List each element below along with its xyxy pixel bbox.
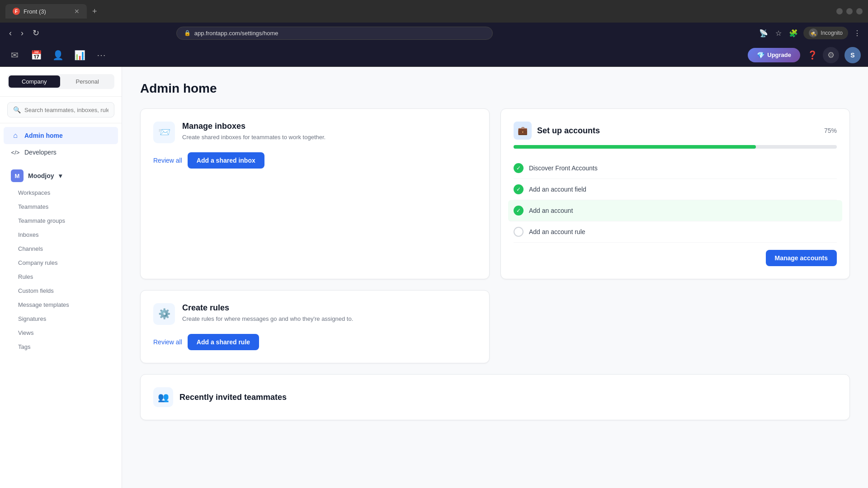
- code-icon: </>: [11, 149, 20, 156]
- setup-title-row: 💼 Set up accounts: [514, 122, 600, 140]
- browser-chrome: F Front (3) ✕ + ─ □ ✕: [0, 0, 868, 23]
- analytics-icon[interactable]: 📊: [72, 48, 87, 62]
- minimize-button[interactable]: ─: [836, 8, 843, 14]
- sidebar-item-label: Developers: [24, 149, 57, 156]
- card-description: Create shared inboxes for teammates to w…: [182, 133, 326, 142]
- url-text: app.frontapp.com/settings/home: [194, 30, 278, 37]
- search-input[interactable]: [24, 107, 108, 113]
- sidebar-top: Company Personal: [0, 67, 122, 97]
- add-shared-inbox-button[interactable]: Add a shared inbox: [188, 152, 264, 169]
- check-done-icon: ✓: [514, 206, 524, 216]
- content-area: Admin home 📨 Manage inboxes Create share…: [122, 67, 868, 488]
- search-box: 🔍: [7, 102, 114, 117]
- sidebar: Company Personal 🔍 ⌂ Admin home </> Deve…: [0, 67, 122, 488]
- card-actions: Review all Add a shared rule: [153, 334, 476, 350]
- back-button[interactable]: ‹: [5, 27, 15, 40]
- company-toggle-button[interactable]: Company: [9, 75, 60, 88]
- recently-invited-card: 👥 Recently invited teammates: [140, 374, 850, 420]
- progress-bar-container: [514, 145, 837, 149]
- main-layout: Company Personal 🔍 ⌂ Admin home </> Deve…: [0, 67, 868, 488]
- toolbar-right: ❓ ⚙ S: [807, 47, 861, 63]
- review-all-rules-button[interactable]: Review all: [153, 338, 182, 346]
- sidebar-item-company-rules[interactable]: Company rules: [7, 256, 118, 270]
- nav-group-header[interactable]: M Moodjoy ▾: [4, 166, 118, 186]
- sidebar-item-channels[interactable]: Channels: [7, 242, 118, 256]
- sidebar-item-inboxes[interactable]: Inboxes: [7, 228, 118, 242]
- incognito-icon: 🕵: [809, 28, 818, 38]
- sidebar-item-tags[interactable]: Tags: [7, 340, 118, 354]
- settings-button[interactable]: ⚙: [823, 47, 839, 63]
- window-controls: ─ □ ✕: [836, 8, 863, 14]
- forward-button[interactable]: ›: [17, 27, 27, 40]
- contacts-icon[interactable]: 👤: [51, 48, 65, 62]
- bookmark-button[interactable]: ☆: [774, 27, 783, 39]
- group-icon: M: [11, 169, 24, 182]
- setup-card-top: 💼 Set up accounts 75%: [514, 122, 837, 140]
- maximize-button[interactable]: □: [846, 8, 853, 14]
- sidebar-item-workspaces[interactable]: Workspaces: [7, 186, 118, 200]
- bottom-card-title: Recently invited teammates: [179, 393, 287, 402]
- sidebar-item-teammate-groups[interactable]: Teammate groups: [7, 214, 118, 228]
- upgrade-label: Upgrade: [767, 52, 791, 58]
- add-shared-rule-button[interactable]: Add a shared rule: [188, 334, 259, 350]
- manage-inboxes-card: 📨 Manage inboxes Create shared inboxes f…: [140, 108, 490, 279]
- nav-bar: ‹ › ↻ 🔒 app.frontapp.com/settings/home 📡…: [0, 23, 868, 43]
- sidebar-item-label: Admin home: [24, 132, 63, 139]
- progress-percent: 75%: [824, 127, 837, 134]
- sidebar-item-developers[interactable]: </> Developers: [4, 144, 118, 160]
- card-header: 📨 Manage inboxes Create shared inboxes f…: [153, 122, 476, 143]
- help-button[interactable]: ❓: [807, 50, 817, 60]
- checklist-label: Discover Front Accounts: [529, 164, 598, 172]
- inbox-icon[interactable]: ✉: [7, 48, 22, 62]
- inbox-card-icon: 📨: [153, 122, 175, 143]
- sidebar-item-signatures[interactable]: Signatures: [7, 312, 118, 326]
- extension-button[interactable]: 🧩: [787, 27, 800, 39]
- cast-button[interactable]: 📡: [757, 27, 770, 39]
- card-description: Create rules for where messages go and w…: [182, 314, 353, 324]
- sidebar-item-views[interactable]: Views: [7, 326, 118, 340]
- calendar-icon[interactable]: 📅: [29, 48, 43, 62]
- new-tab-button[interactable]: +: [92, 7, 97, 16]
- page-title: Admin home: [140, 81, 850, 96]
- card-title: Create rules: [182, 303, 353, 313]
- nav-group-moodjoy: M Moodjoy ▾ Workspaces Teammates Teammat…: [0, 166, 122, 354]
- search-icon: 🔍: [13, 106, 21, 113]
- checklist-label: Add an account field: [529, 186, 586, 193]
- avatar-button[interactable]: S: [844, 47, 861, 63]
- upgrade-button[interactable]: 💎 Upgrade: [748, 48, 800, 62]
- close-tab-button[interactable]: ✕: [74, 8, 80, 15]
- browser-tab[interactable]: F Front (3) ✕: [5, 4, 87, 19]
- accounts-card-icon: 💼: [514, 122, 532, 140]
- gem-icon: 💎: [757, 52, 764, 59]
- check-done-icon: ✓: [514, 184, 524, 194]
- incognito-badge: 🕵 Incognito: [803, 27, 848, 39]
- checklist-item-discover: ✓ Discover Front Accounts: [514, 158, 837, 179]
- nav-sub-items: Workspaces Teammates Teammate groups Inb…: [0, 186, 122, 354]
- reload-button[interactable]: ↻: [29, 26, 43, 40]
- sidebar-item-admin-home[interactable]: ⌂ Admin home: [4, 127, 118, 144]
- card-text: Create rules Create rules for where mess…: [182, 303, 353, 324]
- company-personal-toggle: Company Personal: [7, 74, 114, 89]
- sidebar-item-teammates[interactable]: Teammates: [7, 200, 118, 214]
- review-all-inboxes-button[interactable]: Review all: [153, 157, 182, 164]
- card-actions: Review all Add a shared inbox: [153, 152, 476, 169]
- nav-actions: 📡 ☆ 🧩 🕵 Incognito ⋮: [757, 27, 863, 39]
- close-window-button[interactable]: ✕: [856, 8, 863, 14]
- sidebar-item-rules[interactable]: Rules: [7, 270, 118, 284]
- sidebar-item-message-templates[interactable]: Message templates: [7, 298, 118, 312]
- address-bar[interactable]: 🔒 app.frontapp.com/settings/home: [176, 27, 493, 40]
- chevron-down-icon: ▾: [59, 172, 62, 179]
- app-toolbar: ✉ 📅 👤 📊 ⋯ 💎 Upgrade ❓ ⚙ S: [0, 43, 868, 67]
- setup-card-footer: Manage accounts: [514, 250, 837, 266]
- check-empty-icon: [514, 227, 524, 237]
- checklist-label: Add an account rule: [529, 228, 585, 235]
- tab-title: Front (3): [24, 8, 46, 15]
- menu-button[interactable]: ⋮: [852, 27, 863, 39]
- accounts-card-title: Set up accounts: [537, 126, 600, 136]
- manage-accounts-button[interactable]: Manage accounts: [766, 250, 837, 266]
- setup-accounts-card: 💼 Set up accounts 75% ✓ Discover Front A…: [500, 108, 850, 279]
- personal-toggle-button[interactable]: Personal: [62, 75, 113, 88]
- check-done-icon: ✓: [514, 163, 524, 173]
- sidebar-item-custom-fields[interactable]: Custom fields: [7, 284, 118, 298]
- more-icon[interactable]: ⋯: [94, 48, 108, 62]
